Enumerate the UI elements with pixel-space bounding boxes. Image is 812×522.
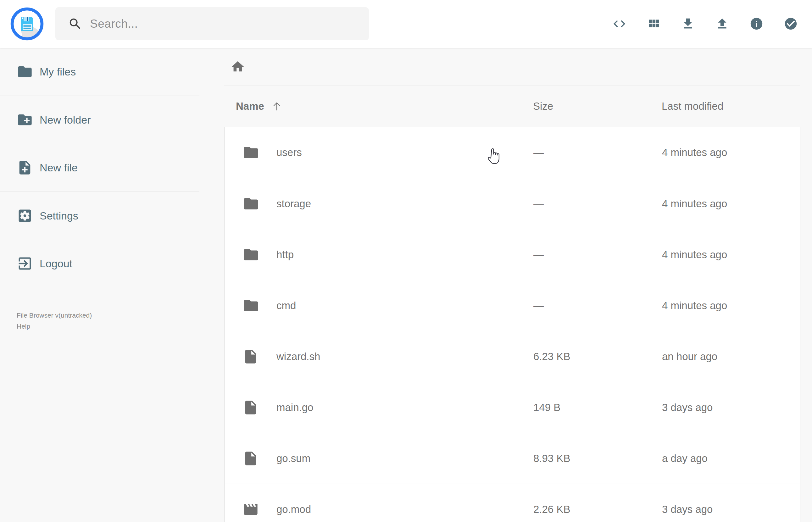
file-row[interactable]: users — 4 minutes ago bbox=[225, 127, 800, 178]
file-icon bbox=[242, 399, 277, 416]
file-name: wizard.sh bbox=[277, 350, 533, 363]
file-list-card: users — 4 minutes ago storage — 4 minute… bbox=[224, 127, 800, 522]
file-row[interactable]: cmd — 4 minutes ago bbox=[225, 280, 800, 331]
file-name: cmd bbox=[277, 300, 533, 312]
file-row[interactable]: wizard.sh 6.23 KB an hour ago bbox=[225, 331, 800, 382]
search-icon bbox=[68, 17, 82, 31]
file-size: — bbox=[533, 146, 662, 159]
file-size: — bbox=[533, 300, 662, 312]
file-size: 2.26 KB bbox=[533, 503, 662, 516]
sidebar-item-new-folder[interactable]: New folder bbox=[0, 96, 199, 144]
app-logo[interactable] bbox=[11, 7, 44, 41]
file-row[interactable]: main.go 149 B 3 days ago bbox=[225, 382, 800, 433]
settings-icon bbox=[17, 207, 33, 224]
sidebar-item-label: Logout bbox=[40, 258, 72, 270]
file-modified: an hour ago bbox=[662, 350, 800, 363]
file-row[interactable]: http — 4 minutes ago bbox=[225, 229, 800, 280]
file-modified: 4 minutes ago bbox=[662, 249, 800, 261]
sidebar-footer: File Browser v(untracked) Help bbox=[17, 310, 92, 332]
sidebar: My files New folder New file Settings Lo… bbox=[0, 48, 199, 522]
new-file-icon bbox=[17, 159, 33, 176]
download-button[interactable] bbox=[678, 14, 698, 34]
folder-icon bbox=[17, 63, 33, 80]
info-icon bbox=[749, 17, 764, 31]
home-icon bbox=[230, 59, 245, 74]
file-listing: Name Size Last modified users — 4 minute… bbox=[199, 48, 812, 522]
search-placeholder: Search... bbox=[90, 17, 138, 31]
grid-view-button[interactable] bbox=[644, 14, 664, 34]
grid-view-icon bbox=[647, 17, 661, 31]
column-header-modified[interactable]: Last modified bbox=[662, 100, 800, 112]
movie-icon bbox=[242, 501, 277, 518]
file-size: 8.93 KB bbox=[533, 453, 662, 464]
file-modified: 3 days ago bbox=[662, 503, 800, 516]
sidebar-item-label: New file bbox=[40, 162, 78, 174]
version-text: File Browser v(untracked) bbox=[17, 312, 92, 319]
help-link[interactable]: Help bbox=[17, 321, 30, 332]
sidebar-item-new-file[interactable]: New file bbox=[0, 144, 199, 192]
arrow-up-icon bbox=[271, 101, 282, 112]
file-size: 6.23 KB bbox=[533, 350, 662, 363]
sidebar-item-my-files[interactable]: My files bbox=[0, 48, 199, 96]
file-name: http bbox=[277, 249, 533, 261]
folder-icon bbox=[242, 195, 277, 212]
file-row[interactable]: storage — 4 minutes ago bbox=[225, 178, 800, 229]
sidebar-item-logout[interactable]: Logout bbox=[0, 240, 199, 287]
file-name: storage bbox=[277, 198, 533, 210]
file-icon bbox=[242, 450, 277, 467]
file-modified: 4 minutes ago bbox=[662, 146, 800, 159]
new-folder-icon bbox=[17, 112, 33, 128]
column-header-name[interactable]: Name bbox=[236, 100, 533, 112]
file-name: users bbox=[277, 146, 533, 159]
upload-icon bbox=[715, 17, 729, 31]
file-size: 149 B bbox=[533, 402, 662, 414]
logout-icon bbox=[17, 255, 33, 272]
file-icon bbox=[242, 348, 277, 365]
file-size: — bbox=[533, 249, 662, 261]
info-button[interactable] bbox=[746, 14, 766, 34]
file-name: main.go bbox=[277, 402, 533, 414]
file-row[interactable]: go.mod 2.26 KB 3 days ago bbox=[225, 484, 800, 522]
download-icon bbox=[681, 17, 695, 31]
sidebar-item-label: New folder bbox=[40, 114, 91, 126]
file-size: — bbox=[533, 198, 662, 210]
upload-button[interactable] bbox=[712, 14, 732, 34]
file-row[interactable]: go.sum 8.93 KB a day ago bbox=[225, 433, 800, 484]
sidebar-item-label: My files bbox=[40, 66, 76, 78]
select-multiple-icon bbox=[784, 17, 798, 31]
file-name: go.sum bbox=[277, 453, 533, 464]
file-name: go.mod bbox=[277, 503, 533, 516]
file-modified: 3 days ago bbox=[662, 402, 800, 414]
listing-header: Name Size Last modified bbox=[224, 86, 800, 127]
sidebar-item-label: Settings bbox=[40, 210, 78, 222]
code-view-button[interactable] bbox=[609, 14, 629, 34]
column-header-size[interactable]: Size bbox=[533, 100, 662, 112]
file-modified: a day ago bbox=[662, 453, 800, 464]
floppy-disk-icon bbox=[21, 17, 33, 31]
search-input[interactable]: Search... bbox=[55, 7, 369, 40]
select-multiple-button[interactable] bbox=[780, 14, 801, 34]
topbar-actions bbox=[609, 13, 801, 34]
folder-icon bbox=[242, 144, 277, 161]
file-modified: 4 minutes ago bbox=[662, 198, 800, 210]
folder-icon bbox=[242, 246, 277, 263]
folder-icon bbox=[242, 297, 277, 314]
file-modified: 4 minutes ago bbox=[662, 300, 800, 312]
breadcrumb bbox=[224, 48, 800, 86]
sidebar-item-settings[interactable]: Settings bbox=[0, 192, 199, 240]
topbar: Search... bbox=[0, 0, 812, 48]
home-button[interactable] bbox=[228, 57, 247, 76]
code-icon bbox=[612, 17, 627, 31]
